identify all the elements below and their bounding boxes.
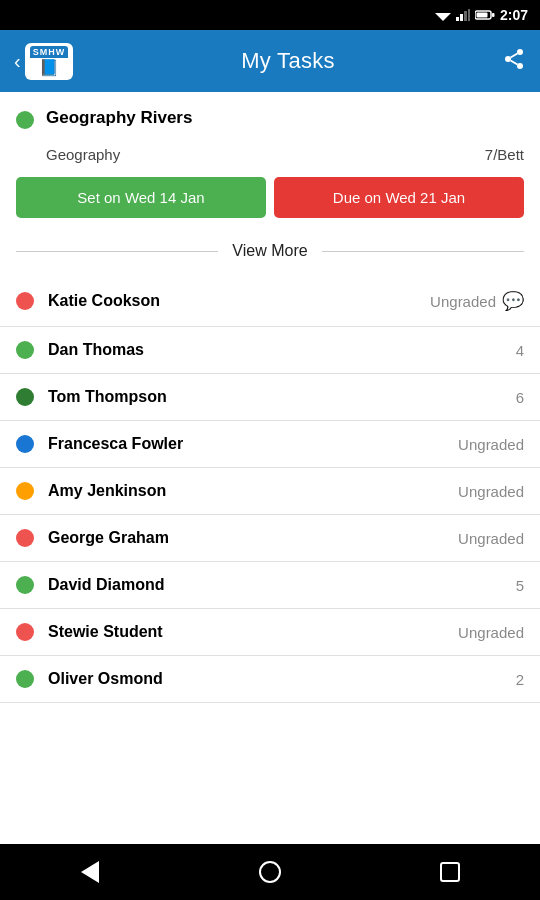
student-grade: Ungraded: [430, 293, 496, 310]
logo-text: SMHW: [30, 46, 69, 58]
student-status-dot: [16, 482, 34, 500]
svg-rect-1: [456, 17, 459, 21]
task-card: Geography Rivers Geography 7/Bett Set on…: [0, 92, 540, 270]
student-name: Oliver Osmond: [48, 670, 516, 688]
back-nav-icon: [81, 861, 99, 883]
recents-nav-icon: [440, 862, 460, 882]
task-status-dot: [16, 111, 34, 129]
student-status-dot: [16, 529, 34, 547]
set-date-button[interactable]: Set on Wed 14 Jan: [16, 177, 266, 218]
task-class: 7/Bett: [485, 146, 524, 163]
student-row[interactable]: Dan Thomas4: [0, 327, 540, 374]
task-meta: Geography Rivers: [16, 108, 524, 132]
student-status-dot: [16, 388, 34, 406]
student-status-dot: [16, 576, 34, 594]
student-grade: Ungraded: [458, 436, 524, 453]
student-row[interactable]: Francesca FowlerUngraded: [0, 421, 540, 468]
task-subject: Geography: [46, 146, 485, 163]
student-grade: 6: [516, 389, 524, 406]
student-status-dot: [16, 435, 34, 453]
student-name: Katie Cookson: [48, 292, 430, 310]
back-button[interactable]: ‹: [14, 50, 21, 73]
page-title: My Tasks: [241, 48, 335, 74]
student-row[interactable]: Katie CooksonUngraded💬: [0, 276, 540, 327]
student-row[interactable]: Stewie StudentUngraded: [0, 609, 540, 656]
student-row[interactable]: Oliver Osmond2: [0, 656, 540, 703]
student-name: Amy Jenkinson: [48, 482, 458, 500]
student-grade: 4: [516, 342, 524, 359]
student-grade: 2: [516, 671, 524, 688]
student-row[interactable]: Tom Thompson6: [0, 374, 540, 421]
svg-point-8: [517, 49, 523, 55]
view-more-row: View More: [16, 232, 524, 270]
bottom-nav: [0, 844, 540, 900]
divider-left: [16, 251, 218, 252]
share-icon: [502, 47, 526, 71]
student-name: Dan Thomas: [48, 341, 516, 359]
student-name: David Diamond: [48, 576, 516, 594]
app-logo: SMHW 📘: [25, 43, 74, 80]
svg-rect-7: [492, 13, 495, 17]
svg-line-11: [511, 61, 518, 65]
svg-point-9: [505, 56, 511, 62]
svg-rect-6: [476, 13, 487, 18]
student-grade: Ungraded: [458, 530, 524, 547]
date-buttons: Set on Wed 14 Jan Due on Wed 21 Jan: [16, 177, 524, 218]
student-grade: 5: [516, 577, 524, 594]
svg-rect-4: [468, 9, 470, 21]
student-name: Tom Thompson: [48, 388, 516, 406]
back-nav-button[interactable]: [65, 852, 115, 892]
battery-icon: [475, 9, 495, 21]
task-title: Geography Rivers: [46, 108, 524, 128]
student-status-dot: [16, 341, 34, 359]
student-row[interactable]: George GrahamUngraded: [0, 515, 540, 562]
share-button[interactable]: [502, 47, 526, 75]
svg-rect-2: [460, 14, 463, 21]
student-name: George Graham: [48, 529, 458, 547]
student-row[interactable]: David Diamond5: [0, 562, 540, 609]
student-list: Katie CooksonUngraded💬Dan Thomas4Tom Tho…: [0, 276, 540, 703]
divider-right: [322, 251, 524, 252]
home-nav-button[interactable]: [245, 852, 295, 892]
student-row[interactable]: Amy JenkinsonUngraded: [0, 468, 540, 515]
student-status-dot: [16, 292, 34, 310]
task-subject-row: Geography 7/Bett: [16, 146, 524, 163]
wifi-icon: [435, 9, 451, 21]
due-date-button[interactable]: Due on Wed 21 Jan: [274, 177, 524, 218]
svg-rect-3: [464, 11, 467, 21]
header: ‹ SMHW 📘 My Tasks: [0, 30, 540, 92]
comment-icon: 💬: [502, 290, 524, 312]
status-time: 2:07: [500, 7, 528, 23]
student-status-dot: [16, 670, 34, 688]
student-name: Stewie Student: [48, 623, 458, 641]
status-icons: 2:07: [435, 7, 528, 23]
home-nav-icon: [259, 861, 281, 883]
signal-icon: [456, 9, 470, 21]
student-grade: Ungraded: [458, 483, 524, 500]
svg-line-12: [511, 54, 518, 58]
student-name: Francesca Fowler: [48, 435, 458, 453]
view-more-button[interactable]: View More: [218, 242, 321, 260]
student-status-dot: [16, 623, 34, 641]
svg-marker-0: [435, 13, 451, 21]
status-bar: 2:07: [0, 0, 540, 30]
svg-point-10: [517, 63, 523, 69]
recents-nav-button[interactable]: [425, 852, 475, 892]
student-grade: Ungraded: [458, 624, 524, 641]
